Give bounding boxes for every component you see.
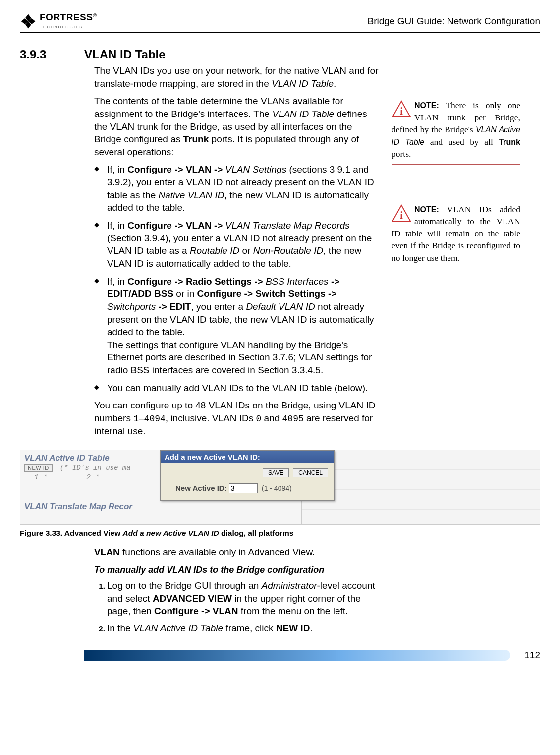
text: frame, click — [223, 623, 276, 633]
note-text: and used by all — [424, 137, 499, 147]
text: NEW ID — [276, 623, 310, 633]
text: BSS Interfaces — [266, 276, 329, 287]
note-box: i NOTE: VLAN IDs added automatically to … — [392, 203, 520, 269]
note-triangle-icon: i — [392, 204, 411, 222]
text: . — [310, 623, 312, 633]
translate-map-panel-title: VLAN Translate Map Recor — [24, 502, 163, 512]
vlan-active-id-panel: VLAN Active ID Table NEW ID (* ID's in u… — [20, 450, 167, 524]
text: VLAN — [94, 547, 120, 557]
save-button[interactable]: SAVE — [263, 468, 289, 477]
dialog-title: Add a new Active VLAN ID: — [161, 451, 334, 463]
text: or — [239, 245, 253, 256]
figure-caption: Figure 3.33. Advanced View Add a new Act… — [20, 529, 540, 538]
text: VLAN Settings — [225, 164, 287, 174]
id-range-hint: (1 - 4094) — [262, 484, 292, 492]
text: Administrator — [262, 581, 317, 591]
new-active-id-input[interactable] — [229, 483, 258, 493]
text: and — [261, 413, 282, 423]
text: The settings that configure VLAN handlin… — [107, 339, 382, 377]
text: . — [334, 78, 336, 89]
panel-title: VLAN Active ID Table — [24, 453, 163, 463]
procedure-heading: To manually add VLAN IDs to the Bridge c… — [94, 564, 382, 576]
footer-gradient-bar — [84, 650, 510, 661]
text: 0 — [256, 414, 261, 424]
note-triangle-icon: i — [392, 100, 411, 118]
list-item: If, in Configure -> VLAN -> VLAN Setting… — [107, 163, 382, 214]
text: – — [139, 413, 144, 423]
list-item: If, in Configure -> VLAN -> VLAN Transla… — [107, 219, 382, 270]
text: If, in — [107, 220, 127, 231]
caption-text: Add a new Active VLAN ID — [123, 529, 219, 537]
section-number: 3.9.3 — [20, 48, 65, 61]
page-footer: 112 — [20, 650, 540, 670]
logo-sub-text: TECHNOLOGIES — [40, 25, 83, 29]
text: In the — [107, 623, 133, 633]
ids-in-use-hint: (* ID's in use ma — [60, 464, 131, 472]
note-text: ports. — [392, 149, 411, 159]
step-item: In the VLAN Active ID Table frame, click… — [107, 622, 382, 635]
new-id-button[interactable]: NEW ID — [24, 464, 53, 472]
vlan-id-cell: 2 * — [86, 473, 100, 482]
text: Log on to the Bridge GUI through an — [107, 581, 262, 591]
text: from the menu on the left. — [238, 606, 348, 616]
svg-text:i: i — [400, 210, 403, 221]
caption-text: Figure 3.33. Advanced View — [20, 529, 123, 537]
page-header-title: Bridge GUI Guide: Network Configuration — [368, 16, 541, 27]
page-number: 112 — [524, 650, 540, 661]
text: Trunk — [183, 134, 209, 144]
figure-background-stripes — [301, 450, 540, 524]
text: If, in — [107, 164, 127, 174]
new-active-id-label: New Active ID: — [175, 484, 227, 492]
text: -> EDIT — [156, 301, 191, 312]
registered-mark: ® — [93, 13, 96, 18]
list-item: If, in Configure -> Radio Settings -> BS… — [107, 275, 382, 377]
caption-text: dialog, all platforms — [219, 529, 294, 537]
cancel-button[interactable]: CANCEL — [293, 468, 328, 477]
text: Switchports — [107, 301, 156, 312]
logo: FORTRESS® TECHNOLOGIES — [20, 12, 97, 30]
text: Configure -> Radio Settings -> — [127, 276, 266, 287]
step-item: Log on to the Bridge GUI through an Admi… — [107, 580, 382, 618]
text: VLAN ID Table — [272, 78, 334, 89]
margin-notes-column: i NOTE: There is only one VLAN trunk per… — [392, 64, 520, 443]
text: VLAN Translate Map Records — [225, 220, 350, 231]
page-header: FORTRESS® TECHNOLOGIES Bridge GUI Guide:… — [20, 12, 540, 33]
logo-main-text: FORTRESS — [40, 12, 93, 22]
figure-3-33: VLAN Active ID Table NEW ID (* ID's in u… — [20, 450, 540, 538]
text: Native VLAN ID — [159, 190, 224, 200]
text: Configure -> VLAN — [154, 606, 238, 616]
text: or in — [173, 289, 197, 299]
add-active-vlan-dialog: Add a new Active VLAN ID: SAVE CANCEL Ne… — [160, 450, 335, 501]
note-label: NOTE: — [414, 205, 439, 214]
text: , you enter a — [191, 301, 246, 312]
text: 1 — [133, 414, 139, 424]
text: ADVANCED VIEW — [153, 593, 232, 604]
note-label: NOTE: — [414, 101, 439, 110]
text: VLAN Active ID Table — [133, 623, 223, 633]
text: functions are available only in Advanced… — [120, 547, 315, 557]
note-box: i NOTE: There is only one VLAN trunk per… — [392, 99, 520, 165]
text: VLAN ID Table — [272, 109, 334, 119]
section-title: VLAN ID Table — [84, 48, 166, 61]
text: Non-Routable ID — [253, 245, 324, 256]
text: If, in — [107, 276, 127, 287]
text: 4095 — [282, 414, 304, 424]
list-item: You can manually add VLAN IDs to the VLA… — [107, 382, 382, 395]
vlan-id-cell: 1 * — [34, 473, 48, 482]
text: Configure -> VLAN -> — [127, 220, 225, 231]
text: Routable ID — [190, 245, 239, 256]
svg-text:i: i — [400, 106, 403, 116]
fortress-logo-icon — [20, 13, 37, 30]
text: 4094 — [144, 414, 166, 424]
text: Configure -> VLAN -> — [127, 164, 225, 174]
text: Configure -> Switch Settings -> — [197, 289, 337, 299]
text: Default VLAN ID — [246, 301, 315, 312]
body-column: The VLAN IDs you use on your network, fo… — [94, 64, 382, 443]
text: , inclusive. VLAN IDs — [166, 413, 256, 423]
note-text: Trunk — [499, 138, 520, 146]
